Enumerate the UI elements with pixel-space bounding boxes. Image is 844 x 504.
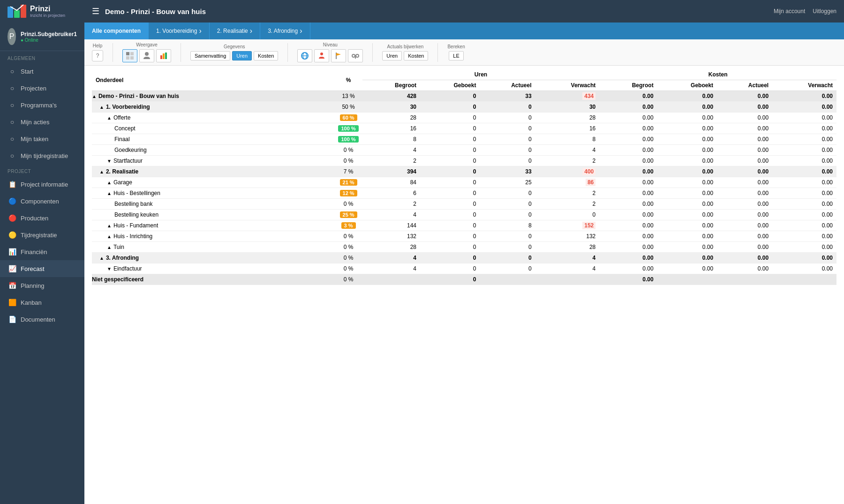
row-kosten-actueel: 0.00 [717,156,772,166]
row-uren-actueel: 0 [480,145,535,156]
row-kosten-geboekt: 0.00 [657,242,717,253]
table-row: ▲3. Afronding0 %40040.000.000.000.00 [92,253,836,263]
col-kosten-geboekt: Geboekt [657,80,717,91]
table-row: ▲Garage21 %84025860.000.000.000.00 [92,177,836,188]
row-pct: 60 % [334,113,362,123]
sidebar-item-componenten-label: Componenten [21,198,59,205]
sidebar-item-programmas[interactable]: ○ Programma's [0,97,84,113]
row-kosten-geboekt: 0.00 [657,210,717,220]
niveau-btn-person[interactable] [314,49,329,62]
weergave-btn-3[interactable] [156,49,171,62]
mijn-tijdregistratie-icon: ○ [8,151,17,160]
chevron-icon[interactable]: ▼ [107,266,112,271]
row-kosten-actueel: 0.00 [717,177,772,188]
row-uren-actueel: 0 [480,156,535,166]
row-uren-begroot: 4 [362,253,420,263]
sidebar-item-forecast[interactable]: 📈 Forecast [0,260,84,277]
sidebar-item-tijdregistratie[interactable]: 🟡 Tijdregistratie [0,226,84,243]
tab-realisatie[interactable]: 2. Realisatie › [210,23,260,39]
row-kosten-begroot: 0.00 [599,220,657,231]
my-account-link[interactable]: Mijn account [774,8,805,15]
sidebar-item-projecten[interactable]: ○ Projecten [0,80,84,97]
row-uren-geboekt: 0 [420,134,480,145]
chevron-icon[interactable]: ▼ [107,158,112,164]
row-kosten-begroot: 0.00 [599,113,657,123]
chevron-icon[interactable]: ▲ [92,94,97,99]
btn-bereken-le[interactable]: LE [449,51,463,60]
weergave-btn-1[interactable] [122,49,137,62]
btn-kosten[interactable]: Kosten [254,51,278,60]
sidebar-item-componenten[interactable]: 🔵 Componenten [0,193,84,210]
row-uren-geboekt: 0 [420,263,480,274]
sidebar-item-mijn-tijdregistratie[interactable]: ○ Mijn tijdregistratie [0,147,84,164]
sidebar-item-producten[interactable]: 🔴 Producten [0,210,84,226]
logout-link[interactable]: Uitloggen [813,8,836,15]
row-kosten-begroot: 0.00 [599,134,657,145]
row-uren-begroot: 2 [362,156,420,166]
row-pct: 50 % [334,102,362,113]
toolbar-actuals-group: Actuals bijwerken Uren Kosten [382,44,428,60]
row-uren-actueel: 0 [480,263,535,274]
chevron-icon[interactable]: ▲ [107,180,112,185]
chevron-icon[interactable]: ▲ [99,105,104,110]
niveau-btn-globe[interactable] [297,49,312,62]
tab-afronding[interactable]: 3. Afronding › [260,23,310,39]
tab-alle-componenten[interactable]: Alle componenten [84,23,149,39]
niveau-btn-search[interactable] [348,49,363,62]
sidebar-item-kanban[interactable]: 🟧 Kanban [0,294,84,311]
row-kosten-actueel: 0.00 [717,113,772,123]
divider-2 [181,43,181,62]
sidebar-item-documenten[interactable]: 📄 Documenten [0,311,84,328]
chevron-icon[interactable]: ▲ [107,223,112,228]
table-row: ▲2. Realisatie7 %3940334000.000.000.000.… [92,166,836,177]
sidebar-item-project-informatie[interactable]: 📋 Project informatie [0,176,84,193]
mijn-acties-icon: ○ [8,117,17,127]
row-kosten-verwacht: 0.00 [772,123,836,134]
row-uren-actueel: 0 [480,210,535,220]
niveau-btn-flag[interactable] [331,49,346,62]
row-kosten-begroot: 0.00 [599,242,657,253]
table-row: ▼Startfactuur0 %20020.000.000.000.00 [92,156,836,166]
row-kosten-verwacht: 0.00 [772,113,836,123]
row-uren-geboekt: 0 [420,113,480,123]
sidebar-item-financien[interactable]: 📊 Financiën [0,243,84,260]
chevron-icon[interactable]: ▲ [99,256,104,261]
btn-actuals-kosten[interactable]: Kosten [404,51,428,60]
divider-3 [287,43,288,62]
table-row: Concept100 %1600160.000.000.000.00 [92,123,836,134]
row-kosten-geboekt: 0.00 [657,253,717,263]
row-kosten-actueel: 0.00 [717,145,772,156]
row-uren-verwacht: 2 [535,156,600,166]
sidebar-item-planning[interactable]: 📅 Planning [0,277,84,294]
row-label: ▲3. Afronding [92,253,334,263]
weergave-btn-2[interactable] [139,49,154,62]
chevron-icon[interactable]: ▲ [107,115,112,120]
btn-actuals-uren[interactable]: Uren [382,51,402,60]
row-kosten-begroot: 0.00 [599,274,657,285]
menu-icon[interactable]: ☰ [92,6,99,16]
help-button[interactable]: ? [92,50,103,61]
col-uren-begroot: Begroot [362,80,420,91]
row-uren-verwacht [535,274,600,285]
row-uren-geboekt: 0 [420,242,480,253]
page-title: Demo - Prinzi - Bouw van huis [105,8,774,15]
row-kosten-begroot: 0.00 [599,188,657,199]
tab-voorbereiding[interactable]: 1. Voorbereiding › [149,23,210,39]
sidebar-item-mijn-taken-label: Mijn taken [21,135,48,143]
btn-samenvatting[interactable]: Samenvatting [190,51,230,60]
sidebar-item-mijn-acties[interactable]: ○ Mijn acties [0,113,84,130]
svg-rect-10 [165,53,167,59]
btn-uren[interactable]: Uren [232,51,252,60]
sidebar-item-mijn-taken[interactable]: ○ Mijn taken [0,130,84,147]
table-row: ▲Offerte60 %2800280.000.000.000.00 [92,113,836,123]
chevron-icon[interactable]: ▲ [107,191,112,196]
row-kosten-verwacht: 0.00 [772,166,836,177]
chevron-icon[interactable]: ▲ [107,234,112,239]
row-kosten-begroot: 0.00 [599,253,657,263]
row-uren-actueel [480,274,535,285]
row-uren-begroot: 6 [362,188,420,199]
chevron-icon[interactable]: ▲ [107,245,112,250]
chevron-icon[interactable]: ▲ [99,169,104,174]
sidebar-item-start[interactable]: ○ Start [0,63,84,80]
toolbar-weergave-group: Weergave [122,42,171,62]
